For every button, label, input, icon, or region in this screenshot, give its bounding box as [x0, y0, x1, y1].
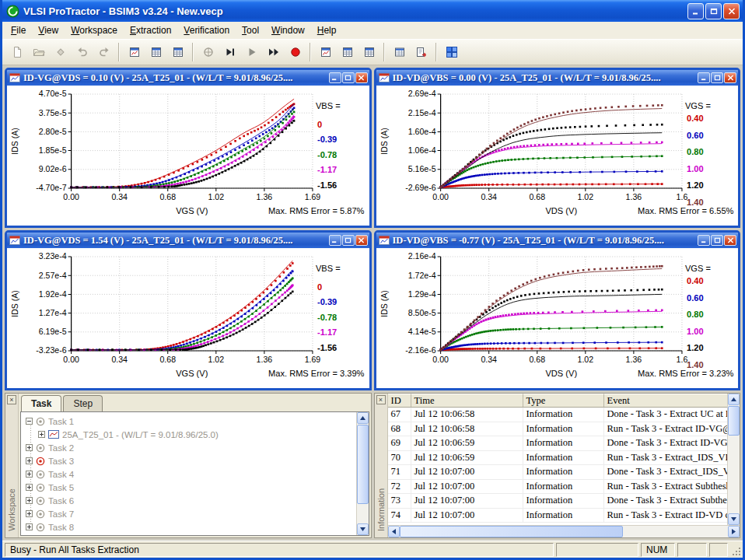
- tree-item-task-2[interactable]: Task 2: [21, 441, 356, 454]
- table-row[interactable]: 69Jul 12 10:06:59InformationDone - Task …: [388, 436, 728, 451]
- tab-step[interactable]: Step: [63, 395, 103, 411]
- legend-entry: -1.56: [317, 180, 337, 190]
- information-strip-label[interactable]: Information: [376, 488, 386, 531]
- maximize-button[interactable]: [705, 3, 722, 19]
- event-hscroll-track[interactable]: [400, 526, 729, 537]
- event-scroll-up-button[interactable]: [728, 394, 740, 405]
- close-button[interactable]: [355, 235, 368, 246]
- close-button[interactable]: [723, 3, 740, 19]
- expand-plus-icon[interactable]: [26, 523, 33, 530]
- event-scroll-track[interactable]: [728, 405, 740, 513]
- event-table-vscrollbar[interactable]: [727, 394, 740, 525]
- tree-scroll-down-button[interactable]: [357, 523, 369, 535]
- task-tree-scrollbar[interactable]: [356, 412, 369, 535]
- table-cell: 67: [388, 408, 411, 422]
- chart-window-titlebar[interactable]: ID-VG@VDS = 1.54 (V) - 25A_T25_01 - (W/L…: [7, 233, 369, 248]
- event-scroll-thumb[interactable]: [728, 406, 740, 436]
- menu-view[interactable]: View: [32, 23, 65, 38]
- expand-plus-icon[interactable]: [26, 457, 33, 464]
- expand-minus-icon[interactable]: [26, 418, 33, 425]
- tree-item-task-7[interactable]: Task 7: [21, 507, 356, 520]
- minimize-button[interactable]: [329, 235, 341, 246]
- table-row[interactable]: 73Jul 12 10:07:00InformationDone - Task …: [388, 494, 728, 509]
- chart-window-titlebar[interactable]: ID-VG@VDS = 0.10 (V) - 25A_T25_01 - (W/L…: [7, 70, 369, 86]
- toolbar-export-button[interactable]: [411, 42, 432, 62]
- chart-window-title: ID-VD@VBS = -0.77 (V) - 25A_T25_01 - (W/…: [393, 235, 695, 247]
- table-row[interactable]: 71Jul 12 10:07:00InformationDone - Task …: [388, 465, 728, 480]
- svg-text:1.02: 1.02: [577, 192, 593, 201]
- expand-plus-icon[interactable]: [38, 431, 45, 438]
- tree-item-task-6[interactable]: Task 6: [21, 494, 356, 507]
- table-row[interactable]: 67Jul 12 10:06:58InformationDone - Task …: [388, 408, 728, 422]
- minimize-button[interactable]: [687, 3, 704, 19]
- tree-scroll-track[interactable]: [357, 424, 369, 523]
- chart-window-titlebar[interactable]: ID-VD@VBS = 0.00 (V) - 25A_T25_01 - (W/L…: [376, 70, 739, 86]
- expand-plus-icon[interactable]: [26, 510, 33, 517]
- maximize-button[interactable]: [342, 235, 355, 246]
- event-hscroll-right-button[interactable]: [728, 526, 740, 537]
- column-header-type[interactable]: Type: [523, 394, 604, 407]
- chart-window-icon: [379, 73, 390, 82]
- tree-item-task-5[interactable]: Task 5: [21, 481, 356, 494]
- close-button[interactable]: [724, 235, 736, 246]
- tree-scroll-up-button[interactable]: [357, 412, 369, 424]
- close-button[interactable]: [355, 72, 368, 83]
- task-tree-container: Task 125A_T25_01 - (W/L/T = 9.01/8.96/25…: [20, 411, 369, 536]
- menu-file[interactable]: File: [5, 23, 32, 38]
- table-row[interactable]: 74Jul 12 10:07:00InformationRun - Task 3…: [388, 509, 728, 523]
- toolbar-report-1-button[interactable]: [124, 42, 145, 62]
- tree-item-task-8[interactable]: Task 8: [21, 520, 356, 534]
- toolbar-report-3-button[interactable]: [167, 42, 188, 62]
- event-scroll-down-button[interactable]: [728, 513, 740, 525]
- toolbar-report-5-button[interactable]: [337, 42, 358, 62]
- toolbar-step-forward-button[interactable]: [219, 42, 240, 62]
- maximize-button[interactable]: [711, 72, 723, 83]
- minimize-button[interactable]: [698, 235, 710, 246]
- toolbar-redo-button: [93, 42, 114, 62]
- close-button[interactable]: [724, 72, 736, 83]
- column-header-id[interactable]: ID: [388, 394, 411, 407]
- tree-item-task-3[interactable]: Task 3: [21, 454, 356, 467]
- tree-item-task-1[interactable]: Task 1: [21, 415, 356, 428]
- workspace-strip-label[interactable]: Workspace: [7, 488, 16, 531]
- resize-grip[interactable]: [730, 543, 742, 557]
- maximize-button[interactable]: [711, 235, 723, 246]
- tree-item-task-4[interactable]: Task 4: [21, 467, 356, 481]
- tree-item-25a-t25-01-w-l-t-9-01-8-96-2[interactable]: 25A_T25_01 - (W/L/T = 9.01/8.96/25.0): [21, 428, 356, 441]
- toolbar-report-4-button[interactable]: [315, 42, 336, 62]
- information-panel-close-icon[interactable]: ×: [376, 395, 386, 404]
- report-grid-icon: [172, 46, 184, 58]
- column-header-event[interactable]: Event: [604, 394, 728, 407]
- column-header-time[interactable]: Time: [411, 394, 523, 407]
- toolbar-run-all-button[interactable]: [263, 42, 284, 62]
- chart-window-titlebar[interactable]: ID-VD@VBS = -0.77 (V) - 25A_T25_01 - (W/…: [376, 233, 739, 248]
- event-hscroll-thumb[interactable]: [400, 526, 623, 537]
- toolbar-data-grid-button[interactable]: [389, 42, 410, 62]
- event-hscroll-left-button[interactable]: [388, 526, 400, 537]
- toolbar-report-2-button[interactable]: [145, 42, 166, 62]
- toolbar-report-6-button[interactable]: [359, 42, 379, 62]
- expand-plus-icon[interactable]: [26, 497, 33, 504]
- toolbar-stop-button[interactable]: [285, 42, 306, 62]
- menu-help[interactable]: Help: [311, 23, 343, 38]
- minimize-button[interactable]: [698, 72, 710, 83]
- menu-extraction[interactable]: Extraction: [124, 23, 177, 38]
- toolbar-tile-windows-button[interactable]: [441, 42, 462, 62]
- workspace-panel-close-icon[interactable]: ×: [7, 395, 16, 404]
- table-row[interactable]: 70Jul 12 10:06:59InformationRun - Task 3…: [388, 451, 728, 466]
- event-table-hscrollbar[interactable]: [388, 525, 740, 537]
- minimize-button[interactable]: [329, 72, 341, 83]
- table-row[interactable]: 68Jul 12 10:06:58InformationRun - Task 3…: [388, 422, 728, 437]
- window-titlebar[interactable]: VLSI ProTractor - BSIM3 v3.24 - New.vecp: [2, 0, 743, 22]
- expand-plus-icon[interactable]: [26, 484, 33, 491]
- menu-workspace[interactable]: Workspace: [65, 23, 124, 38]
- menu-window[interactable]: Window: [265, 23, 311, 38]
- table-row[interactable]: 72Jul 12 10:07:00InformationRun - Task 3…: [388, 480, 728, 495]
- maximize-button[interactable]: [342, 72, 355, 83]
- menu-verification[interactable]: Verification: [177, 23, 236, 38]
- expand-plus-icon[interactable]: [26, 444, 33, 451]
- menu-tool[interactable]: Tool: [236, 23, 265, 38]
- tab-task[interactable]: Task: [21, 395, 61, 411]
- expand-plus-icon[interactable]: [26, 471, 33, 478]
- tree-scroll-thumb[interactable]: [357, 425, 369, 504]
